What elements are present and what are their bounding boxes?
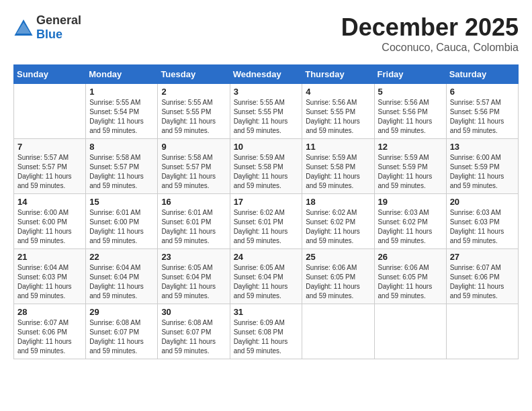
calendar-week-row: 21Sunrise: 6:04 AM Sunset: 6:03 PM Dayli…	[14, 249, 519, 304]
day-number: 14	[17, 197, 82, 207]
month-title: December 2025	[341, 13, 519, 42]
day-info: Sunrise: 6:06 AM Sunset: 6:05 PM Dayligh…	[306, 263, 370, 301]
day-number: 30	[161, 307, 226, 317]
calendar-cell: 29Sunrise: 6:08 AM Sunset: 6:07 PM Dayli…	[86, 304, 158, 359]
calendar-cell: 11Sunrise: 5:59 AM Sunset: 5:58 PM Dayli…	[302, 139, 374, 194]
calendar-cell: 25Sunrise: 6:06 AM Sunset: 6:05 PM Dayli…	[302, 249, 374, 304]
calendar-cell: 6Sunrise: 5:57 AM Sunset: 5:56 PM Daylig…	[446, 84, 518, 139]
day-info: Sunrise: 6:00 AM Sunset: 5:59 PM Dayligh…	[450, 153, 515, 191]
calendar-cell: 13Sunrise: 6:00 AM Sunset: 5:59 PM Dayli…	[446, 139, 518, 194]
weekday-header-saturday: Saturday	[446, 65, 518, 84]
calendar-cell: 26Sunrise: 6:06 AM Sunset: 6:05 PM Dayli…	[374, 249, 446, 304]
logo-icon	[13, 18, 34, 37]
day-info: Sunrise: 5:55 AM Sunset: 5:54 PM Dayligh…	[89, 98, 154, 136]
day-number: 18	[306, 197, 370, 207]
day-number: 3	[234, 87, 299, 97]
day-info: Sunrise: 5:59 AM Sunset: 5:59 PM Dayligh…	[378, 153, 443, 191]
calendar-cell: 10Sunrise: 5:59 AM Sunset: 5:58 PM Dayli…	[230, 139, 302, 194]
svg-marker-1	[17, 23, 31, 34]
day-number: 20	[450, 197, 515, 207]
day-number: 10	[234, 142, 299, 152]
weekday-header-row: SundayMondayTuesdayWednesdayThursdayFrid…	[14, 65, 519, 84]
day-number: 13	[450, 142, 515, 152]
day-number: 11	[306, 142, 370, 152]
calendar-cell	[446, 304, 518, 359]
day-info: Sunrise: 6:05 AM Sunset: 6:04 PM Dayligh…	[161, 263, 226, 301]
calendar-cell: 24Sunrise: 6:05 AM Sunset: 6:04 PM Dayli…	[230, 249, 302, 304]
day-number: 25	[306, 252, 370, 262]
day-info: Sunrise: 5:57 AM Sunset: 5:56 PM Dayligh…	[450, 98, 515, 136]
day-info: Sunrise: 6:04 AM Sunset: 6:04 PM Dayligh…	[89, 263, 154, 301]
calendar-cell: 17Sunrise: 6:02 AM Sunset: 6:01 PM Dayli…	[230, 194, 302, 249]
weekday-header-monday: Monday	[86, 65, 158, 84]
calendar-cell	[374, 304, 446, 359]
calendar-cell: 18Sunrise: 6:02 AM Sunset: 6:02 PM Dayli…	[302, 194, 374, 249]
day-number: 9	[161, 142, 226, 152]
day-number: 1	[89, 87, 154, 97]
calendar-week-row: 7Sunrise: 5:57 AM Sunset: 5:57 PM Daylig…	[14, 139, 519, 194]
day-number: 31	[234, 307, 299, 317]
day-number: 27	[450, 252, 515, 262]
day-number: 4	[306, 87, 370, 97]
day-info: Sunrise: 6:09 AM Sunset: 6:08 PM Dayligh…	[234, 318, 299, 356]
calendar-cell: 4Sunrise: 5:56 AM Sunset: 5:55 PM Daylig…	[302, 84, 374, 139]
day-info: Sunrise: 5:58 AM Sunset: 5:57 PM Dayligh…	[89, 153, 154, 191]
day-number: 12	[378, 142, 443, 152]
day-info: Sunrise: 5:59 AM Sunset: 5:58 PM Dayligh…	[306, 153, 370, 191]
page-header: General Blue December 2025 Coconuco, Cau…	[13, 13, 519, 54]
day-info: Sunrise: 5:56 AM Sunset: 5:56 PM Dayligh…	[378, 98, 443, 136]
day-number: 24	[234, 252, 299, 262]
weekday-header-thursday: Thursday	[302, 65, 374, 84]
day-info: Sunrise: 5:58 AM Sunset: 5:57 PM Dayligh…	[161, 153, 226, 191]
day-number: 2	[161, 87, 226, 97]
day-info: Sunrise: 6:05 AM Sunset: 6:04 PM Dayligh…	[234, 263, 299, 301]
day-number: 21	[17, 252, 82, 262]
calendar-cell: 3Sunrise: 5:55 AM Sunset: 5:55 PM Daylig…	[230, 84, 302, 139]
calendar-week-row: 14Sunrise: 6:00 AM Sunset: 6:00 PM Dayli…	[14, 194, 519, 249]
day-info: Sunrise: 5:55 AM Sunset: 5:55 PM Dayligh…	[234, 98, 299, 136]
logo-blue: Blue	[36, 28, 62, 41]
calendar-cell: 22Sunrise: 6:04 AM Sunset: 6:04 PM Dayli…	[86, 249, 158, 304]
day-info: Sunrise: 5:56 AM Sunset: 5:55 PM Dayligh…	[306, 98, 370, 136]
day-info: Sunrise: 6:03 AM Sunset: 6:03 PM Dayligh…	[450, 208, 515, 246]
calendar-cell: 19Sunrise: 6:03 AM Sunset: 6:02 PM Dayli…	[374, 194, 446, 249]
day-info: Sunrise: 6:08 AM Sunset: 6:07 PM Dayligh…	[89, 318, 154, 356]
day-number: 23	[161, 252, 226, 262]
calendar-cell: 23Sunrise: 6:05 AM Sunset: 6:04 PM Dayli…	[158, 249, 230, 304]
day-info: Sunrise: 6:02 AM Sunset: 6:02 PM Dayligh…	[306, 208, 370, 246]
day-info: Sunrise: 5:55 AM Sunset: 5:55 PM Dayligh…	[161, 98, 226, 136]
calendar-cell: 1Sunrise: 5:55 AM Sunset: 5:54 PM Daylig…	[86, 84, 158, 139]
calendar-cell: 2Sunrise: 5:55 AM Sunset: 5:55 PM Daylig…	[158, 84, 230, 139]
weekday-header-friday: Friday	[374, 65, 446, 84]
day-info: Sunrise: 6:03 AM Sunset: 6:02 PM Dayligh…	[378, 208, 443, 246]
day-number: 22	[89, 252, 154, 262]
calendar-cell	[302, 304, 374, 359]
calendar-cell: 15Sunrise: 6:01 AM Sunset: 6:00 PM Dayli…	[86, 194, 158, 249]
calendar-cell: 5Sunrise: 5:56 AM Sunset: 5:56 PM Daylig…	[374, 84, 446, 139]
day-info: Sunrise: 6:01 AM Sunset: 6:00 PM Dayligh…	[89, 208, 154, 246]
calendar-cell: 30Sunrise: 6:08 AM Sunset: 6:07 PM Dayli…	[158, 304, 230, 359]
calendar-cell: 9Sunrise: 5:58 AM Sunset: 5:57 PM Daylig…	[158, 139, 230, 194]
day-info: Sunrise: 5:59 AM Sunset: 5:58 PM Dayligh…	[234, 153, 299, 191]
weekday-header-wednesday: Wednesday	[230, 65, 302, 84]
calendar-cell: 20Sunrise: 6:03 AM Sunset: 6:03 PM Dayli…	[446, 194, 518, 249]
day-info: Sunrise: 6:02 AM Sunset: 6:01 PM Dayligh…	[234, 208, 299, 246]
day-info: Sunrise: 6:08 AM Sunset: 6:07 PM Dayligh…	[161, 318, 226, 356]
logo: General Blue	[13, 13, 81, 42]
calendar-cell: 27Sunrise: 6:07 AM Sunset: 6:06 PM Dayli…	[446, 249, 518, 304]
weekday-header-sunday: Sunday	[14, 65, 86, 84]
day-number: 5	[378, 87, 443, 97]
calendar-cell: 8Sunrise: 5:58 AM Sunset: 5:57 PM Daylig…	[86, 139, 158, 194]
calendar-cell	[14, 84, 86, 139]
calendar-week-row: 1Sunrise: 5:55 AM Sunset: 5:54 PM Daylig…	[14, 84, 519, 139]
title-section: December 2025 Coconuco, Cauca, Colombia	[341, 13, 519, 54]
day-number: 19	[378, 197, 443, 207]
day-number: 8	[89, 142, 154, 152]
calendar-cell: 12Sunrise: 5:59 AM Sunset: 5:59 PM Dayli…	[374, 139, 446, 194]
calendar-week-row: 28Sunrise: 6:07 AM Sunset: 6:06 PM Dayli…	[14, 304, 519, 359]
day-number: 16	[161, 197, 226, 207]
calendar-cell: 14Sunrise: 6:00 AM Sunset: 6:00 PM Dayli…	[14, 194, 86, 249]
calendar-table: SundayMondayTuesdayWednesdayThursdayFrid…	[13, 64, 519, 359]
day-info: Sunrise: 6:04 AM Sunset: 6:03 PM Dayligh…	[17, 263, 82, 301]
day-number: 28	[17, 307, 82, 317]
